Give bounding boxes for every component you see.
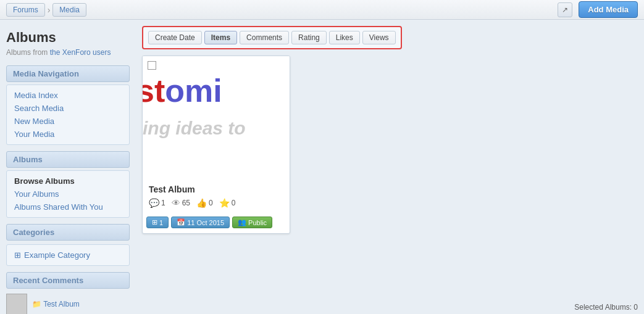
- breadcrumb-media[interactable]: Media: [52, 3, 86, 17]
- comment-count-icon: 💬: [149, 198, 159, 208]
- badge-items: ⊞ 1: [146, 217, 169, 228]
- categories-items: ⊞ Example Category: [6, 244, 130, 266]
- album-card: stomi ing ideas to Test Album 💬 1 👁: [142, 56, 290, 234]
- stat-likes: 👍 0: [196, 198, 213, 208]
- sort-likes[interactable]: Likes: [329, 31, 360, 44]
- rating-count: 0: [232, 199, 236, 207]
- public-icon: 👥: [238, 218, 246, 226]
- comment-count: 1: [161, 199, 165, 207]
- items-count: 1: [159, 219, 163, 226]
- media-navigation-title: Media Navigation: [6, 65, 130, 82]
- media-navigation-items: Media Index Search Media New Media Your …: [6, 85, 130, 145]
- views-count: 65: [182, 199, 190, 207]
- album-info: Test Album 💬 1 👁 65 👍 0: [143, 180, 290, 214]
- comment-thumbnail: [6, 294, 27, 314]
- sidebar-item-browse-albums[interactable]: Browse Albums: [7, 175, 129, 188]
- albums-section-title: Albums: [6, 151, 130, 168]
- album-checkbox[interactable]: [148, 61, 156, 70]
- rating-icon: ⭐: [219, 198, 230, 208]
- sidebar-item-media-index[interactable]: Media Index: [7, 89, 129, 102]
- stat-rating: ⭐ 0: [219, 198, 236, 208]
- likes-count: 0: [209, 199, 213, 207]
- album-footer: ⊞ 1 📅 11 Oct 2015 👥 Public: [143, 214, 290, 233]
- main-layout: Albums Albums from the XenForo users Med…: [0, 20, 644, 314]
- stat-views: 👁 65: [172, 198, 190, 208]
- sidebar: Albums Albums from the XenForo users Med…: [0, 20, 136, 314]
- recent-comments-title: Recent Comments: [6, 272, 130, 289]
- items-grid-icon: ⊞: [152, 218, 157, 226]
- album-preview-text-line2: ing ideas to: [143, 118, 246, 139]
- plus-icon: ⊞: [14, 250, 21, 260]
- category-example[interactable]: ⊞ Example Category: [7, 249, 129, 262]
- album-stats: 💬 1 👁 65 👍 0 ⭐ 0: [149, 198, 283, 208]
- album-preview-text-line1: stomi: [143, 75, 222, 107]
- likes-count-icon: 👍: [196, 198, 207, 208]
- album-date: 11 Oct 2015: [187, 219, 224, 226]
- stat-comments: 💬 1: [149, 198, 165, 208]
- views-count-icon: 👁: [172, 198, 180, 208]
- sidebar-item-new-media[interactable]: New Media: [7, 115, 129, 128]
- breadcrumb: Forums › Media ↗ Add Media: [0, 0, 644, 20]
- sidebar-item-your-albums[interactable]: Your Albums: [7, 188, 129, 200]
- subtitle-link[interactable]: the XenForo users: [50, 48, 111, 57]
- album-thumbnail: stomi ing ideas to: [143, 56, 290, 180]
- calendar-icon: 📅: [177, 218, 185, 226]
- visibility-label: Public: [248, 219, 267, 226]
- breadcrumb-separator: ›: [48, 5, 51, 15]
- sort-rating[interactable]: Rating: [291, 31, 327, 44]
- album-name: Test Album: [149, 184, 283, 194]
- sort-items[interactable]: Items: [204, 31, 237, 44]
- sort-comments[interactable]: Comments: [240, 31, 289, 44]
- page-title: Albums: [6, 30, 130, 46]
- sort-bar: Create Date Items Comments Rating Likes …: [142, 26, 402, 49]
- page-subtitle: Albums from the XenForo users: [6, 48, 130, 57]
- sort-create-date[interactable]: Create Date: [148, 31, 202, 44]
- status-bar: Selected Albums: 0: [568, 300, 644, 314]
- breadcrumb-external-icon[interactable]: ↗: [558, 2, 572, 17]
- categories-section-title: Categories: [6, 224, 130, 241]
- album-thumb-content: stomi ing ideas to: [143, 56, 290, 180]
- sidebar-item-albums-shared-with-you[interactable]: Albums Shared With You: [7, 200, 129, 213]
- sort-views[interactable]: Views: [362, 31, 396, 44]
- recent-comment-link[interactable]: Test Album: [43, 300, 80, 308]
- badge-date: 📅 11 Oct 2015: [171, 217, 230, 228]
- album-grid: stomi ing ideas to Test Album 💬 1 👁: [142, 56, 638, 234]
- sidebar-item-search-media[interactable]: Search Media: [7, 102, 129, 115]
- badge-visibility: 👥 Public: [232, 217, 272, 228]
- comment-icon: 📁: [32, 300, 41, 308]
- albums-nav-items: Browse Albums Your Albums Albums Shared …: [6, 170, 130, 218]
- recent-comment-item: 📁 Test Album: [6, 291, 130, 314]
- content-area: Create Date Items Comments Rating Likes …: [136, 20, 644, 314]
- add-media-button[interactable]: Add Media: [579, 1, 638, 18]
- breadcrumb-forums[interactable]: Forums: [6, 3, 45, 17]
- sidebar-item-your-media[interactable]: Your Media: [7, 128, 129, 141]
